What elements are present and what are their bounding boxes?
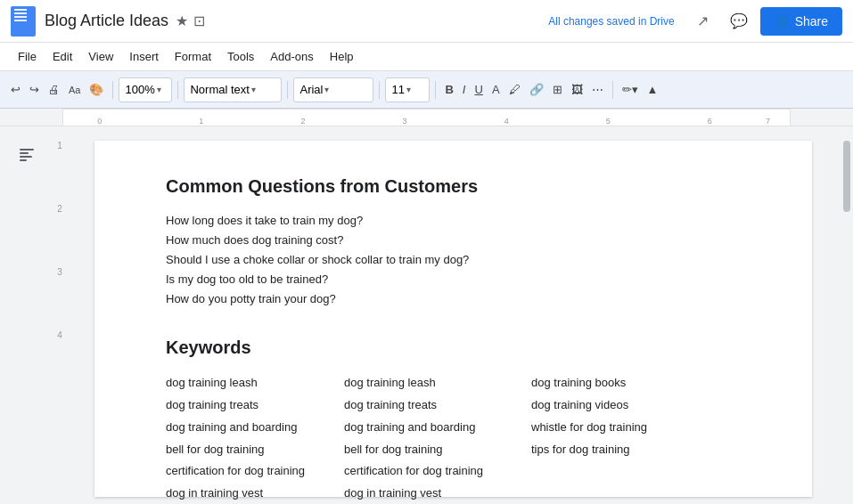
bold-button[interactable]: B xyxy=(441,77,456,102)
more-options-button[interactable]: ⋯ xyxy=(588,77,607,102)
star-icon[interactable]: ★ xyxy=(176,12,188,29)
questions-list: How long does it take to train my dog? H… xyxy=(166,211,741,309)
ruler-mark-1: 1 xyxy=(199,117,203,126)
undo-button[interactable]: ↩ xyxy=(7,77,24,102)
redo-button[interactable]: ↪ xyxy=(26,77,43,102)
trending-button[interactable]: ↗ xyxy=(689,7,718,36)
zoom-value: 100% xyxy=(125,83,154,96)
ruler-mark-0: 0 xyxy=(97,117,102,126)
outline-icon[interactable] xyxy=(12,141,41,169)
text-color-button[interactable]: A xyxy=(488,77,504,102)
style-selector[interactable]: Normal text ▾ xyxy=(184,77,282,102)
questions-heading: Common Questions from Customers xyxy=(166,176,741,197)
zoom-selector[interactable]: 100% ▾ xyxy=(119,77,172,102)
menu-format[interactable]: Format xyxy=(168,46,218,67)
keywords-grid: dog training leash dog training treats d… xyxy=(166,372,741,504)
size-chevron: ▾ xyxy=(406,85,411,94)
menu-insert[interactable]: Insert xyxy=(122,46,166,67)
menu-view[interactable]: View xyxy=(81,46,120,67)
kw2-6: dog in training vest xyxy=(344,483,531,504)
kw2-5: certification for dog training xyxy=(344,460,531,483)
formatting-toolbar: ↩ ↪ 🖨 Aa 🎨 100% ▾ Normal text ▾ Arial ▾ … xyxy=(0,71,853,109)
kw3-4: tips for dog training xyxy=(531,439,709,461)
app-icon xyxy=(11,6,36,37)
scrollbar-track[interactable] xyxy=(841,126,853,504)
share-label: Share xyxy=(795,14,828,28)
toolbar-divider-5 xyxy=(435,81,436,99)
style-chevron: ▾ xyxy=(251,85,256,94)
keywords-heading: Keywords xyxy=(166,337,741,358)
menu-addons[interactable]: Add-ons xyxy=(263,46,320,67)
kw1-4: bell for dog training xyxy=(166,439,344,461)
font-size-value: 11 xyxy=(391,83,404,96)
editing-mode-button[interactable]: ✏▾ xyxy=(619,77,642,102)
print-button[interactable]: 🖨 xyxy=(45,77,63,102)
menu-edit[interactable]: Edit xyxy=(45,46,79,67)
underline-button[interactable]: U xyxy=(471,77,486,102)
svg-rect-2 xyxy=(20,156,32,158)
spell-check-button[interactable]: Aa xyxy=(65,77,84,102)
kw1-1: dog training leash xyxy=(166,372,344,394)
ruler-content: 0 1 2 3 4 5 6 7 xyxy=(62,109,791,126)
comments-button[interactable]: 💬 xyxy=(725,7,753,36)
insert-special-button[interactable]: ⊞ xyxy=(549,77,566,102)
share-button[interactable]: 👤 Share xyxy=(760,7,842,36)
kw2-2: dog training treats xyxy=(344,394,531,417)
kw1-6: dog in training vest xyxy=(166,483,344,504)
questions-section: Common Questions from Customers How long… xyxy=(166,176,741,309)
question-2: How much does dog training cost? xyxy=(166,231,741,250)
keywords-col-1: dog training leash dog training treats d… xyxy=(166,372,344,504)
highlight-button[interactable]: 🖊 xyxy=(505,77,524,102)
kw2-1: dog training leash xyxy=(344,372,531,394)
folder-icon[interactable]: ⊡ xyxy=(193,12,205,29)
kw3-3: whistle for dog training xyxy=(531,417,709,439)
menu-help[interactable]: Help xyxy=(323,46,361,67)
svg-rect-3 xyxy=(20,159,27,161)
toolbar-divider-3 xyxy=(287,81,288,99)
main-area: 1 2 3 4 Common Questions from Customers … xyxy=(0,126,853,504)
kw3-2: dog training videos xyxy=(531,394,709,417)
kw1-3: dog training and boarding xyxy=(166,417,344,439)
scrollbar-thumb[interactable] xyxy=(843,141,850,212)
zoom-chevron: ▾ xyxy=(157,85,161,94)
question-4: Is my dog too old to be trained? xyxy=(166,270,741,289)
font-selector[interactable]: Arial ▾ xyxy=(293,77,373,102)
italic-button[interactable]: I xyxy=(459,77,470,102)
collapse-toolbar-button[interactable]: ▲ xyxy=(644,77,662,102)
document-page[interactable]: Common Questions from Customers How long… xyxy=(94,141,812,497)
ruler-mark-2: 2 xyxy=(300,117,305,126)
kw2-3: dog training and boarding xyxy=(344,417,531,439)
page-markers: 1 2 3 4 xyxy=(53,126,66,504)
ruler: 0 1 2 3 4 5 6 7 xyxy=(0,109,853,126)
save-status-link[interactable]: All changes saved in Drive xyxy=(548,15,674,28)
insert-image-button[interactable]: 🖼 xyxy=(568,77,586,102)
page-marker-3: 3 xyxy=(57,267,62,277)
toolbar-right: ↗ 💬 👤 Share xyxy=(689,7,842,36)
ruler-mark-3: 3 xyxy=(403,117,407,126)
keywords-col-3: dog training books dog training videos w… xyxy=(531,372,709,504)
menu-tools[interactable]: Tools xyxy=(220,46,261,67)
title-bar: Blog Article Ideas ★ ⊡ All changes saved… xyxy=(0,0,853,43)
menu-file[interactable]: File xyxy=(11,46,44,67)
font-size-selector[interactable]: 11 ▾ xyxy=(385,77,430,102)
ruler-mark-4: 4 xyxy=(504,117,509,126)
document-area[interactable]: Common Questions from Customers How long… xyxy=(66,126,841,504)
toolbar-divider-1 xyxy=(112,81,113,99)
document-title[interactable]: Blog Article Ideas xyxy=(45,12,168,30)
toolbar-divider-6 xyxy=(612,81,613,99)
save-status: All changes saved in Drive xyxy=(548,15,674,28)
person-icon: 👤 xyxy=(775,14,790,28)
paint-format-button[interactable]: 🎨 xyxy=(86,77,107,102)
kw2-4: bell for dog training xyxy=(344,439,531,461)
menu-bar: File Edit View Insert Format Tools Add-o… xyxy=(0,43,853,71)
ruler-mark-6: 6 xyxy=(708,117,712,126)
page-marker-4: 4 xyxy=(57,330,62,340)
kw1-2: dog training treats xyxy=(166,394,344,417)
toolbar-divider-2 xyxy=(177,81,178,99)
kw3-1: dog training books xyxy=(531,372,709,394)
style-value: Normal text xyxy=(190,83,249,96)
svg-rect-0 xyxy=(20,149,34,150)
svg-rect-1 xyxy=(20,152,29,154)
link-button[interactable]: 🔗 xyxy=(526,77,547,102)
question-5: How do you potty train your dog? xyxy=(166,289,741,309)
